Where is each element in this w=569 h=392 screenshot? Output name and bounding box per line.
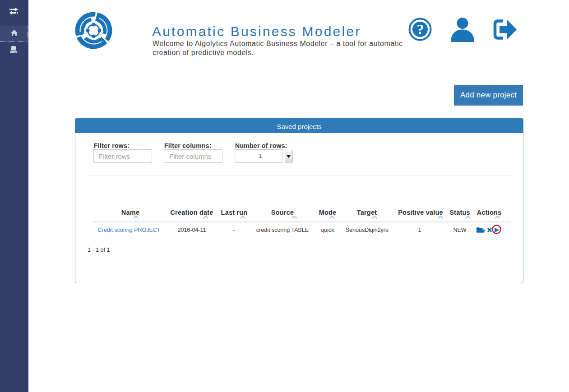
svg-text:?: ? bbox=[417, 21, 424, 37]
